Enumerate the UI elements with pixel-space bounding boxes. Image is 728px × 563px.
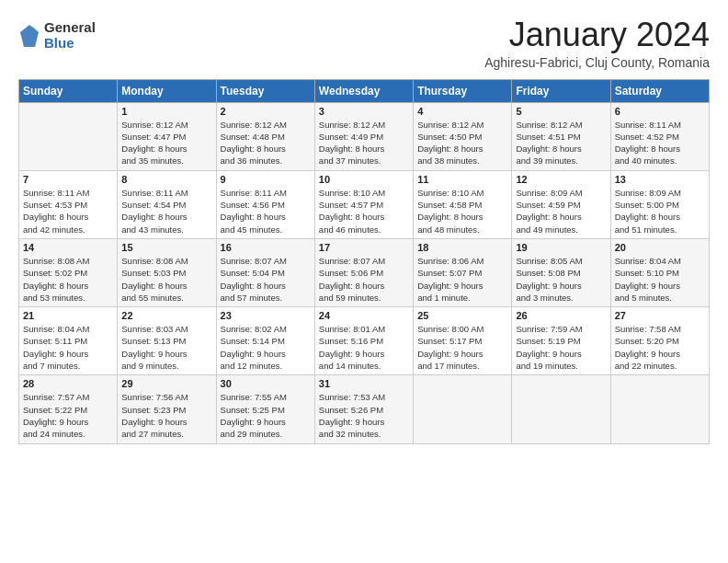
calendar-cell: 1Sunrise: 8:12 AM Sunset: 4:47 PM Daylig… (118, 102, 216, 170)
day-number: 19 (516, 242, 606, 253)
day-number: 4 (417, 106, 507, 117)
day-number: 2 (221, 106, 311, 117)
day-number: 31 (319, 378, 409, 389)
day-info: Sunrise: 8:04 AM Sunset: 5:11 PM Dayligh… (23, 323, 113, 372)
day-info: Sunrise: 8:05 AM Sunset: 5:08 PM Dayligh… (516, 255, 606, 304)
logo-icon (18, 23, 40, 49)
day-number: 1 (121, 106, 211, 117)
day-number: 28 (23, 378, 113, 389)
day-number: 30 (221, 378, 311, 389)
day-number: 26 (516, 310, 606, 321)
calendar-cell: 15Sunrise: 8:08 AM Sunset: 5:03 PM Dayli… (118, 238, 216, 306)
calendar-cell: 12Sunrise: 8:09 AM Sunset: 4:59 PM Dayli… (512, 170, 610, 238)
day-info: Sunrise: 8:07 AM Sunset: 5:04 PM Dayligh… (221, 255, 311, 304)
location-subtitle: Aghiresu-Fabrici, Cluj County, Romania (484, 55, 710, 70)
logo-text: General Blue (44, 20, 96, 51)
calendar-cell: 19Sunrise: 8:05 AM Sunset: 5:08 PM Dayli… (512, 238, 610, 306)
header-friday: Friday (512, 79, 610, 102)
calendar-cell: 20Sunrise: 8:04 AM Sunset: 5:10 PM Dayli… (610, 238, 709, 306)
calendar-cell: 30Sunrise: 7:55 AM Sunset: 5:25 PM Dayli… (216, 375, 314, 443)
header-row: General Blue January 2024 Aghiresu-Fabri… (18, 17, 710, 70)
day-info: Sunrise: 8:12 AM Sunset: 4:50 PM Dayligh… (417, 119, 507, 167)
calendar-cell: 13Sunrise: 8:09 AM Sunset: 5:00 PM Dayli… (610, 170, 709, 238)
day-number: 27 (615, 310, 705, 321)
calendar-cell: 21Sunrise: 8:04 AM Sunset: 5:11 PM Dayli… (19, 307, 118, 375)
day-number: 9 (221, 174, 311, 185)
calendar-cell: 8Sunrise: 8:11 AM Sunset: 4:54 PM Daylig… (118, 170, 216, 238)
calendar-cell: 10Sunrise: 8:10 AM Sunset: 4:57 PM Dayli… (314, 170, 413, 238)
calendar-cell (610, 375, 709, 443)
day-number: 29 (121, 378, 211, 389)
calendar-cell: 27Sunrise: 7:58 AM Sunset: 5:20 PM Dayli… (610, 307, 709, 375)
day-number: 11 (417, 174, 507, 185)
calendar-cell (414, 375, 512, 443)
header-thursday: Thursday (414, 79, 512, 102)
calendar-cell: 5Sunrise: 8:12 AM Sunset: 4:51 PM Daylig… (512, 102, 610, 170)
day-number: 17 (319, 242, 409, 253)
day-number: 16 (221, 242, 311, 253)
day-info: Sunrise: 8:11 AM Sunset: 4:52 PM Dayligh… (615, 119, 705, 167)
day-number: 13 (615, 174, 705, 185)
day-info: Sunrise: 7:55 AM Sunset: 5:25 PM Dayligh… (221, 391, 311, 440)
day-number: 15 (121, 242, 211, 253)
day-info: Sunrise: 8:12 AM Sunset: 4:49 PM Dayligh… (319, 119, 409, 167)
day-number: 10 (319, 174, 409, 185)
calendar-cell: 7Sunrise: 8:11 AM Sunset: 4:53 PM Daylig… (19, 170, 118, 238)
logo-blue: Blue (44, 36, 96, 52)
week-row-1: 7Sunrise: 8:11 AM Sunset: 4:53 PM Daylig… (19, 170, 710, 238)
calendar-cell: 3Sunrise: 8:12 AM Sunset: 4:49 PM Daylig… (314, 102, 413, 170)
day-info: Sunrise: 7:58 AM Sunset: 5:20 PM Dayligh… (615, 323, 705, 372)
week-row-2: 14Sunrise: 8:08 AM Sunset: 5:02 PM Dayli… (19, 238, 710, 306)
calendar-cell: 31Sunrise: 7:53 AM Sunset: 5:26 PM Dayli… (314, 375, 413, 443)
day-number: 8 (121, 174, 211, 185)
day-number: 7 (23, 174, 113, 185)
day-info: Sunrise: 8:03 AM Sunset: 5:13 PM Dayligh… (121, 323, 211, 372)
day-info: Sunrise: 8:12 AM Sunset: 4:48 PM Dayligh… (221, 119, 311, 167)
week-row-0: 1Sunrise: 8:12 AM Sunset: 4:47 PM Daylig… (19, 102, 710, 170)
week-row-4: 28Sunrise: 7:57 AM Sunset: 5:22 PM Dayli… (19, 375, 710, 443)
day-info: Sunrise: 8:02 AM Sunset: 5:14 PM Dayligh… (221, 323, 311, 372)
calendar-cell (19, 102, 118, 170)
calendar-cell: 9Sunrise: 8:11 AM Sunset: 4:56 PM Daylig… (216, 170, 314, 238)
calendar-cell: 2Sunrise: 8:12 AM Sunset: 4:48 PM Daylig… (216, 102, 314, 170)
calendar-cell (512, 375, 610, 443)
calendar-cell: 4Sunrise: 8:12 AM Sunset: 4:50 PM Daylig… (414, 102, 512, 170)
day-info: Sunrise: 8:00 AM Sunset: 5:17 PM Dayligh… (417, 323, 507, 372)
day-number: 21 (23, 310, 113, 321)
day-info: Sunrise: 8:10 AM Sunset: 4:57 PM Dayligh… (319, 187, 409, 236)
calendar-cell: 22Sunrise: 8:03 AM Sunset: 5:13 PM Dayli… (118, 307, 216, 375)
day-info: Sunrise: 7:59 AM Sunset: 5:19 PM Dayligh… (516, 323, 606, 372)
calendar-cell: 14Sunrise: 8:08 AM Sunset: 5:02 PM Dayli… (19, 238, 118, 306)
day-info: Sunrise: 8:10 AM Sunset: 4:58 PM Dayligh… (417, 187, 507, 236)
page-container: General Blue January 2024 Aghiresu-Fabri… (0, 0, 728, 454)
header-row-days: Sunday Monday Tuesday Wednesday Thursday… (19, 79, 710, 102)
day-number: 23 (221, 310, 311, 321)
svg-marker-0 (20, 25, 39, 47)
calendar-cell: 11Sunrise: 8:10 AM Sunset: 4:58 PM Dayli… (414, 170, 512, 238)
logo: General Blue (18, 20, 96, 51)
calendar-cell: 16Sunrise: 8:07 AM Sunset: 5:04 PM Dayli… (216, 238, 314, 306)
day-number: 18 (417, 242, 507, 253)
calendar-cell: 25Sunrise: 8:00 AM Sunset: 5:17 PM Dayli… (414, 307, 512, 375)
day-info: Sunrise: 8:11 AM Sunset: 4:54 PM Dayligh… (121, 187, 211, 236)
calendar-cell: 24Sunrise: 8:01 AM Sunset: 5:16 PM Dayli… (314, 307, 413, 375)
day-info: Sunrise: 7:57 AM Sunset: 5:22 PM Dayligh… (23, 391, 113, 440)
day-info: Sunrise: 8:11 AM Sunset: 4:53 PM Dayligh… (23, 187, 113, 236)
day-number: 24 (319, 310, 409, 321)
day-number: 22 (121, 310, 211, 321)
day-info: Sunrise: 8:07 AM Sunset: 5:06 PM Dayligh… (319, 255, 409, 304)
calendar-cell: 29Sunrise: 7:56 AM Sunset: 5:23 PM Dayli… (118, 375, 216, 443)
day-info: Sunrise: 8:08 AM Sunset: 5:03 PM Dayligh… (121, 255, 211, 304)
header-saturday: Saturday (610, 79, 709, 102)
day-info: Sunrise: 8:12 AM Sunset: 4:51 PM Dayligh… (516, 119, 606, 167)
day-info: Sunrise: 8:06 AM Sunset: 5:07 PM Dayligh… (417, 255, 507, 304)
day-number: 5 (516, 106, 606, 117)
day-info: Sunrise: 8:09 AM Sunset: 5:00 PM Dayligh… (615, 187, 705, 236)
calendar-cell: 18Sunrise: 8:06 AM Sunset: 5:07 PM Dayli… (414, 238, 512, 306)
logo-general: General (44, 20, 96, 36)
day-info: Sunrise: 7:53 AM Sunset: 5:26 PM Dayligh… (319, 391, 409, 440)
calendar-table: Sunday Monday Tuesday Wednesday Thursday… (18, 79, 710, 444)
title-block: January 2024 Aghiresu-Fabrici, Cluj Coun… (484, 17, 710, 70)
day-info: Sunrise: 8:04 AM Sunset: 5:10 PM Dayligh… (615, 255, 705, 304)
day-info: Sunrise: 8:08 AM Sunset: 5:02 PM Dayligh… (23, 255, 113, 304)
